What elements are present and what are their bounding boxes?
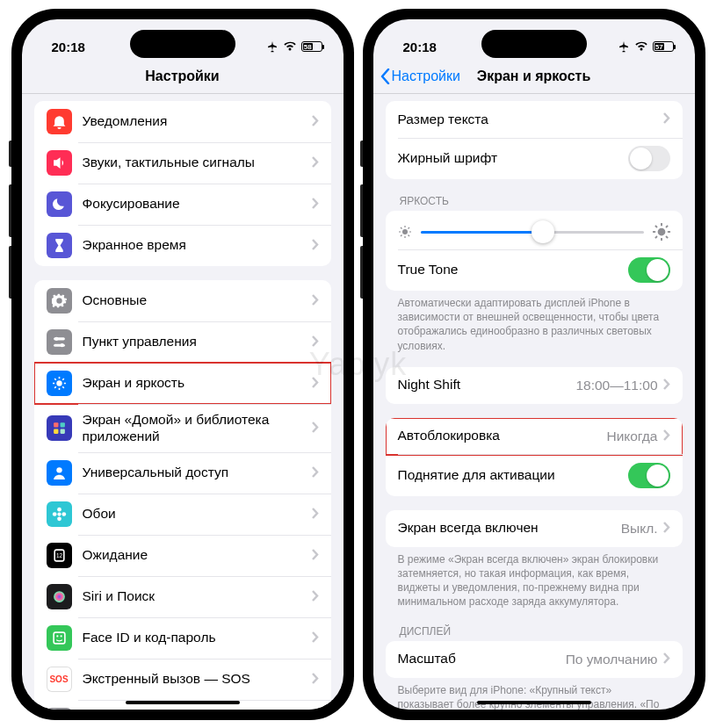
settings-row[interactable]: Фокусирование — [34, 184, 331, 225]
svg-point-42 — [657, 228, 665, 236]
chevron-right-icon — [312, 293, 319, 309]
svg-point-4 — [56, 380, 61, 386]
row-value: Выкл. — [621, 521, 658, 537]
contact-icon — [47, 708, 72, 710]
settings-row[interactable]: SOSЭкстренный вызов — SOS — [34, 659, 331, 700]
settings-row[interactable]: Обои — [34, 494, 331, 535]
status-time: 20:18 — [52, 40, 85, 54]
nav-bar: Настройки — [22, 61, 344, 94]
siri-icon — [47, 584, 72, 609]
settings-row[interactable]: Siri и Поиск — [34, 576, 331, 617]
true-tone-toggle[interactable] — [628, 257, 670, 283]
phone-left: 20:18 58 Настройки УведомленияЗвуки, так… — [11, 9, 354, 720]
row-label: Уведомления — [83, 113, 312, 130]
chevron-right-icon — [312, 589, 319, 605]
true-tone-footer: Автоматически адаптировать дисплей iPhon… — [398, 296, 670, 353]
svg-point-2 — [54, 337, 58, 341]
chevron-right-icon — [663, 429, 670, 444]
settings-row[interactable]: Универсальный доступ — [34, 452, 331, 494]
row-label: Экранное время — [83, 237, 312, 254]
svg-point-28 — [60, 636, 61, 638]
battery-icon: 57 — [653, 41, 674, 52]
chevron-right-icon — [312, 238, 319, 254]
brightness-header: ЯРКОСТЬ — [400, 195, 669, 207]
row-label: Экран «Домой» и библиотека приложений — [83, 412, 312, 444]
bold-text-toggle[interactable] — [628, 146, 670, 171]
standby-icon: 12 — [47, 543, 72, 568]
moon-icon — [47, 191, 72, 217]
settings-list[interactable]: УведомленияЗвуки, тактильные сигналыФоку… — [22, 94, 344, 710]
page-title: Настройки — [33, 68, 333, 84]
raise-to-wake-row: Поднятие для активации — [386, 455, 683, 496]
row-label: Пункт управления — [83, 334, 312, 350]
svg-line-10 — [62, 386, 64, 388]
chevron-right-icon — [312, 507, 319, 523]
settings-row[interactable]: Звуки, тактильные сигналы — [34, 142, 331, 184]
settings-row[interactable]: Пункт управления — [34, 321, 331, 363]
auto-lock-row[interactable]: Автоблокировка Никогда — [386, 418, 683, 455]
row-label: Night Shift — [398, 377, 576, 393]
chevron-right-icon — [663, 378, 670, 393]
bell-icon — [47, 109, 72, 134]
nav-bar: Настройки Экран и яркость — [373, 61, 695, 94]
row-label: Ожидание — [83, 547, 312, 564]
true-tone-row: True Tone — [386, 249, 683, 291]
night-shift-row[interactable]: Night Shift 18:00—11:00 — [386, 367, 683, 404]
svg-line-38 — [401, 227, 402, 229]
grid-icon — [47, 415, 72, 441]
sun-small-icon — [398, 225, 412, 239]
row-label: True Tone — [398, 262, 628, 278]
display-header: ДИСПЛЕЙ — [400, 625, 669, 638]
row-label: Экран всегда включен — [398, 520, 621, 537]
wifi-icon — [634, 41, 648, 52]
row-label: Автоблокировка — [398, 428, 607, 444]
row-label: Фокусирование — [83, 196, 312, 213]
svg-line-47 — [655, 226, 656, 227]
always-on-row[interactable]: Экран всегда включен Выкл. — [386, 510, 683, 547]
row-label: Поднятие для активации — [398, 467, 628, 484]
row-label: Экстренный вызов — SOS — [83, 671, 312, 688]
svg-rect-16 — [60, 429, 64, 434]
zoom-row[interactable]: Масштаб По умолчанию — [386, 641, 683, 678]
chevron-right-icon — [312, 335, 319, 350]
svg-point-20 — [57, 517, 61, 522]
settings-row[interactable]: Экран «Домой» и библиотека приложений — [34, 404, 331, 452]
chevron-right-icon — [663, 652, 670, 667]
row-label: Обои — [83, 506, 312, 523]
phone-right: 20:18 57 Настройки Экран и яркость Разме… — [363, 9, 705, 720]
settings-row[interactable]: Уведомления — [34, 101, 331, 142]
settings-row[interactable]: 12Ожидание — [34, 535, 331, 576]
brightness-slider[interactable] — [421, 231, 644, 234]
chevron-right-icon — [663, 112, 670, 127]
row-label: Масштаб — [398, 651, 566, 667]
settings-row[interactable]: Экран и яркость — [34, 363, 331, 404]
home-indicator[interactable] — [126, 701, 240, 704]
svg-point-27 — [56, 636, 58, 638]
chevron-right-icon — [312, 114, 319, 130]
back-button[interactable]: Настройки — [380, 68, 460, 84]
settings-row[interactable]: Основные — [34, 280, 331, 321]
brightness-slider-row — [386, 211, 683, 249]
always-on-footer: В режиме «Экран всегда включен» экран бл… — [398, 552, 670, 609]
chevron-right-icon — [312, 421, 319, 436]
settings-row[interactable]: Face ID и код-пароль — [34, 617, 331, 659]
row-label: Siri и Поиск — [83, 588, 312, 605]
svg-line-9 — [54, 378, 56, 380]
svg-rect-14 — [60, 422, 64, 427]
dynamic-island — [130, 30, 235, 58]
airplane-icon — [618, 41, 630, 53]
raise-wake-toggle[interactable] — [628, 463, 670, 488]
row-value: Никогда — [606, 429, 657, 444]
row-label: Face ID и код-пароль — [83, 630, 312, 646]
settings-row[interactable]: Экранное время — [34, 225, 331, 266]
back-label: Настройки — [392, 68, 460, 84]
display-settings[interactable]: Размер текста Жирный шрифт ЯРКОСТЬ — [373, 94, 695, 710]
sun-large-icon — [653, 223, 670, 241]
wifi-icon — [283, 41, 297, 52]
text-size-row[interactable]: Размер текста — [386, 101, 683, 138]
row-label: Жирный шрифт — [398, 150, 628, 167]
home-indicator[interactable] — [477, 701, 591, 704]
zoom-footer: Выберите вид для iPhone: «Крупный текст»… — [398, 683, 670, 710]
faceid-icon — [47, 625, 72, 651]
svg-point-22 — [61, 512, 66, 516]
